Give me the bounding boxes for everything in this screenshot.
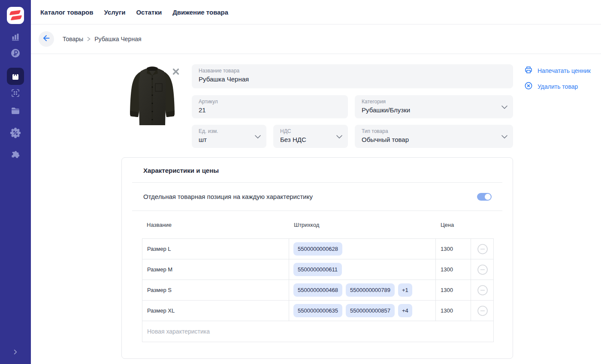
row-price: 1300	[441, 307, 453, 314]
barcode-chip[interactable]: 5500000000789	[346, 283, 395, 297]
field-value: 21	[199, 106, 341, 114]
characteristics-table: Название Штрихкод Цена Размер L 55000000…	[142, 211, 494, 342]
row-price-cell: 1300	[436, 280, 471, 300]
table-row: Размер S 55000000004685500000000789+1 13…	[142, 280, 493, 301]
back-button[interactable]	[39, 31, 54, 47]
row-barcodes: 5500000000611	[289, 259, 436, 280]
new-characteristic-row	[142, 321, 493, 342]
row-remove-cell	[471, 301, 494, 321]
sidebar-item-ruble[interactable]	[7, 45, 24, 62]
row-barcodes: 55000000006355500000000857+4	[289, 301, 436, 321]
remove-row-button[interactable]	[477, 305, 488, 316]
col-header-price: Цена	[436, 222, 471, 228]
category-select[interactable]: Категория Рубашки/Блузки	[355, 95, 513, 118]
product-type-select[interactable]: Тип товара Обычный товар	[355, 125, 513, 148]
shopping-bag-icon	[10, 71, 21, 81]
sidebar-item-products[interactable]	[7, 68, 24, 85]
print-price-tag-button[interactable]: Напечатать ценник	[524, 66, 591, 76]
characteristics-card: Характеристики и цены Отдельная товарная…	[121, 157, 513, 359]
nav-item-catalog[interactable]: Каталог товаров	[40, 9, 94, 16]
top-navigation: Каталог товаров Услуги Остатки Движение …	[31, 0, 601, 24]
row-remove-cell	[471, 259, 494, 280]
sku-field[interactable]: Артикул 21	[192, 95, 348, 118]
breadcrumb-current: Рубашка Черная	[94, 36, 141, 42]
sidebar-item-integrations[interactable]	[7, 146, 24, 163]
product-image-shirt[interactable]	[127, 64, 178, 129]
characteristic-name: Размер M	[142, 259, 289, 280]
chevron-down-icon	[255, 132, 261, 140]
characteristics-table-body: Размер L 5500000000628 1300 Размер M 550…	[142, 238, 494, 342]
print-price-tag-label: Напечатать ценник	[538, 67, 591, 74]
field-value: Рубашка Черная	[199, 75, 506, 83]
per-characteristic-toggle[interactable]	[477, 193, 492, 201]
sidebar-item-discounts[interactable]	[7, 124, 24, 141]
bar-chart-icon	[11, 32, 20, 41]
barcode-chip[interactable]: 5500000000468	[293, 283, 342, 297]
field-label: Название товара	[199, 68, 506, 74]
field-label: Категория	[362, 99, 506, 105]
delete-product-button[interactable]: Удалить товар	[524, 81, 591, 92]
more-barcodes-chip[interactable]: +4	[398, 304, 412, 317]
chevron-down-icon	[501, 132, 507, 140]
table-row: Размер M 5500000000611 1300	[142, 259, 493, 280]
field-label: НДС	[280, 128, 341, 134]
nav-item-stock[interactable]: Остатки	[136, 9, 162, 16]
sidebar-expand-button[interactable]	[9, 347, 22, 359]
row-remove-cell	[471, 280, 494, 300]
row-name: Размер XL	[147, 307, 175, 314]
product-actions: Напечатать ценник Удалить товар	[524, 66, 591, 92]
col-header-name: Название	[142, 222, 289, 228]
ruble-icon	[10, 48, 21, 58]
product-photo	[127, 64, 178, 129]
barcode-chip[interactable]: 5500000000635	[293, 304, 342, 317]
main-area: Каталог товаров Услуги Остатки Движение …	[31, 0, 601, 364]
table-row: Размер L 5500000000628 1300	[142, 239, 493, 259]
nav-item-services[interactable]: Услуги	[104, 9, 126, 16]
row-remove-cell	[471, 239, 494, 259]
percent-badge-icon	[10, 127, 21, 138]
logo-shape	[11, 15, 22, 21]
chevron-right-icon	[87, 37, 91, 41]
breadcrumb: Товары Рубашка Черная	[63, 36, 142, 42]
logo-shape	[9, 10, 21, 15]
row-name: Размер L	[147, 246, 171, 252]
sidebar-item-files[interactable]	[7, 102, 24, 119]
barcode-chip[interactable]: 5500000000611	[293, 263, 342, 276]
delete-product-label: Удалить товар	[538, 83, 578, 90]
breadcrumb-products[interactable]: Товары	[63, 36, 83, 42]
vat-select[interactable]: НДС Без НДС	[273, 125, 348, 148]
row-name: Размер S	[147, 287, 172, 293]
barcode-chip[interactable]: 5500000000857	[346, 304, 395, 317]
more-barcodes-chip[interactable]: +1	[398, 283, 412, 297]
toggle-label: Отдельная товарная позиция на каждую хар…	[143, 193, 313, 200]
printer-icon	[524, 66, 533, 76]
product-name-field[interactable]: Название товара Рубашка Черная	[192, 64, 513, 88]
app-window: Каталог товаров Услуги Остатки Движение …	[0, 0, 601, 364]
page-content: Название товара Рубашка Черная Артикул 2…	[31, 54, 601, 364]
field-value: шт	[199, 136, 260, 143]
row-price: 1300	[441, 266, 453, 273]
new-characteristic-input[interactable]	[142, 328, 493, 335]
field-value: Без НДС	[280, 136, 341, 143]
sidebar-item-scan[interactable]	[7, 84, 24, 102]
characteristic-name: Размер XL	[142, 301, 289, 321]
remove-photo-button[interactable]	[172, 68, 180, 75]
field-value: Рубашки/Блузки	[362, 106, 506, 114]
arrow-left-icon	[42, 34, 51, 44]
chevron-right-icon	[12, 349, 18, 357]
row-price-cell: 1300	[436, 239, 471, 259]
app-logo[interactable]	[7, 7, 24, 24]
sidebar-item-analytics[interactable]	[7, 28, 24, 45]
remove-row-button[interactable]	[477, 244, 488, 255]
remove-row-button[interactable]	[477, 285, 488, 296]
circle-x-icon	[524, 81, 533, 92]
row-barcodes: 55000000004685500000000789+1	[289, 280, 436, 300]
unit-select[interactable]: Ед. изм. шт	[192, 125, 266, 148]
nav-item-movement[interactable]: Движение товара	[172, 9, 228, 16]
barcode-chip[interactable]: 5500000000628	[293, 242, 342, 256]
row-name: Размер M	[147, 266, 172, 273]
sidebar	[0, 0, 31, 364]
puzzle-icon	[10, 150, 21, 160]
remove-row-button[interactable]	[477, 264, 488, 275]
row-price-cell: 1300	[436, 301, 471, 321]
